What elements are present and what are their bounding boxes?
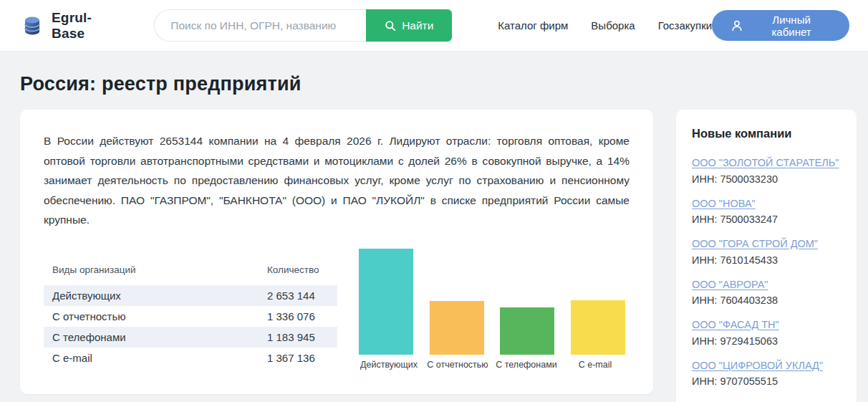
brand-logo[interactable]: Egrul-Base: [20, 10, 122, 42]
row-label: С телефонами: [52, 331, 267, 343]
company-link[interactable]: ООО "ФАСАД ТН": [692, 318, 779, 332]
summary-card: В России действуют 2653144 компании на 4…: [20, 110, 653, 394]
table-header-count: Количество: [267, 264, 319, 275]
company-inn: ИНН: 7610145433: [692, 254, 841, 266]
company-link[interactable]: ООО "АВРОРА": [692, 278, 768, 292]
chart-column: [500, 307, 554, 355]
nav-link-2[interactable]: Выборка: [591, 19, 635, 32]
table-row: C e-mail1 367 136: [44, 348, 337, 368]
company-link[interactable]: ООО "ГОРА СТРОЙ ДОМ": [692, 237, 818, 252]
search-icon: [385, 20, 396, 32]
row-label: Действующих: [52, 289, 267, 302]
company-item: ООО "ФАСАД ТН"ИНН: 9729415063: [692, 318, 841, 347]
bar-3: [500, 307, 554, 355]
page-body: Россия: реестр предприятий В России дейс…: [0, 73, 868, 402]
search-form: Найти: [154, 9, 452, 42]
sidebar-title: Новые компании: [692, 127, 841, 140]
row-value: 2 653 144: [267, 289, 315, 302]
account-button-label: Личный кабинет: [752, 14, 831, 38]
chart-column: [359, 249, 413, 355]
table-row: Действующих2 653 144: [44, 285, 337, 306]
table-row: С телефонами1 183 945: [44, 327, 337, 348]
row-value: 1 336 076: [267, 310, 315, 322]
nav-link-3[interactable]: Госзакупки: [658, 19, 712, 32]
company-inn: ИНН: 9729415063: [692, 335, 841, 347]
intro-paragraph: В России действуют 2653144 компании на 4…: [44, 131, 630, 230]
table-header-row: Виды организаций Количество: [44, 260, 337, 285]
person-icon: [730, 19, 743, 32]
bar-label: С отчетностью: [423, 360, 492, 370]
account-button[interactable]: Личный кабинет: [712, 10, 849, 41]
bar-1: [359, 249, 413, 355]
company-inn: ИНН: 7604403238: [692, 295, 841, 306]
company-item: ООО "НОВА"ИНН: 7500033247: [692, 197, 841, 226]
table-header-types: Виды организаций: [52, 264, 267, 275]
company-link[interactable]: ООО "ЦИФРОВОЙ УКЛАД": [692, 359, 823, 373]
database-logo-icon: [20, 14, 44, 38]
chart-column: [571, 300, 625, 355]
company-item: ООО "АВРОРА"ИНН: 7604403238: [692, 278, 841, 307]
bar-label: Действующих: [355, 360, 423, 370]
row-value: 1 183 945: [267, 331, 315, 343]
bar-2: [430, 301, 484, 355]
search-button-label: Найти: [402, 19, 433, 32]
header: Egrul-Base Найти Каталог фирмВыборкаГосз…: [0, 0, 868, 52]
company-item: ООО "ЦИФРОВОЙ УКЛАД"ИНН: 9707055515: [692, 359, 841, 388]
org-types-table: Виды организаций Количество Действующих2…: [44, 260, 337, 368]
company-item: ООО "ЗОЛОТОЙ СТАРАТЕЛЬ"ИНН: 7500033230: [692, 156, 841, 185]
search-button[interactable]: Найти: [366, 9, 452, 42]
row-value: 1 367 136: [267, 352, 315, 364]
search-input[interactable]: [154, 9, 366, 42]
bar-label: С телефонами: [492, 360, 561, 370]
org-types-bar-chart: ДействующихС отчетностьюС телефонамиC e-…: [355, 249, 630, 370]
row-label: С отчетностью: [52, 310, 267, 322]
main-nav: Каталог фирмВыборкаГосзакупки: [498, 19, 712, 32]
bar-label: C e-mail: [561, 360, 630, 370]
company-inn: ИНН: 9707055515: [692, 375, 841, 387]
table-row: С отчетностью1 336 076: [44, 306, 337, 327]
company-item: ООО "ГОРА СТРОЙ ДОМ"ИНН: 7610145433: [692, 237, 841, 266]
nav-link-1[interactable]: Каталог фирм: [498, 19, 568, 32]
row-label: C e-mail: [52, 352, 267, 364]
page-title: Россия: реестр предприятий: [20, 73, 857, 95]
new-companies-card: Новые компании ООО "ЗОЛОТОЙ СТАРАТЕЛЬ"ИН…: [676, 110, 857, 402]
chart-column: [430, 301, 484, 355]
company-link[interactable]: ООО "ЗОЛОТОЙ СТАРАТЕЛЬ": [692, 156, 839, 171]
brand-name: Egrul-Base: [52, 10, 122, 42]
company-inn: ИНН: 7500033230: [692, 173, 841, 185]
company-inn: ИНН: 7500033247: [692, 214, 841, 225]
bar-4: [571, 300, 625, 355]
company-link[interactable]: ООО "НОВА": [692, 197, 756, 211]
